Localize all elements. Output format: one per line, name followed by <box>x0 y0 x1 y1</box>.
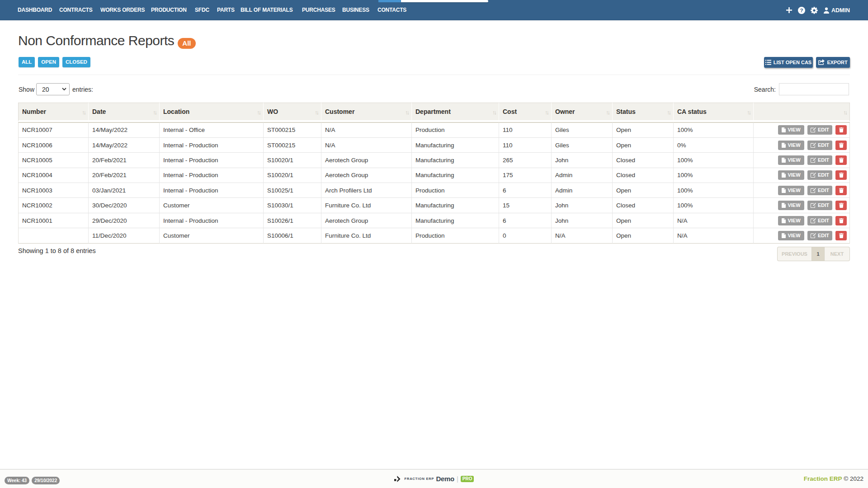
svg-text:?: ? <box>800 8 803 13</box>
